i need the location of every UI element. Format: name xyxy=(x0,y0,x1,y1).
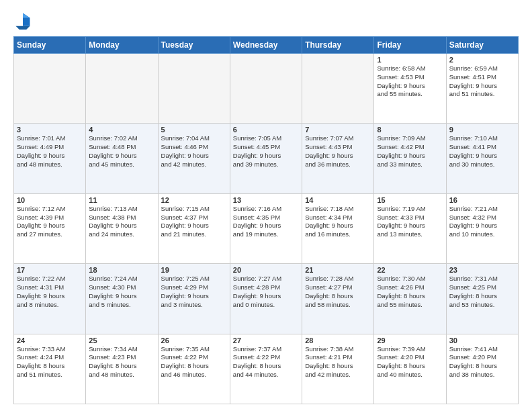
week-row-5: 24Sunrise: 7:33 AM Sunset: 4:24 PM Dayli… xyxy=(14,334,519,404)
day-cell: 24Sunrise: 7:33 AM Sunset: 4:24 PM Dayli… xyxy=(14,334,86,404)
svg-marker-2 xyxy=(16,26,30,30)
day-info: Sunrise: 7:22 AM Sunset: 4:31 PM Dayligh… xyxy=(17,275,83,309)
day-cell: 10Sunrise: 7:12 AM Sunset: 4:39 PM Dayli… xyxy=(14,193,86,263)
day-cell: 7Sunrise: 7:07 AM Sunset: 4:43 PM Daylig… xyxy=(302,124,374,193)
page: SundayMondayTuesdayWednesdayThursdayFrid… xyxy=(0,0,532,411)
day-info: Sunrise: 7:15 AM Sunset: 4:37 PM Dayligh… xyxy=(161,205,227,239)
day-cell: 1Sunrise: 6:58 AM Sunset: 4:53 PM Daylig… xyxy=(374,54,446,124)
day-info: Sunrise: 7:13 AM Sunset: 4:38 PM Dayligh… xyxy=(89,205,154,239)
day-number: 30 xyxy=(449,336,515,345)
day-info: Sunrise: 7:02 AM Sunset: 4:48 PM Dayligh… xyxy=(89,134,154,169)
day-number: 29 xyxy=(377,336,443,345)
day-info: Sunrise: 7:19 AM Sunset: 4:33 PM Dayligh… xyxy=(377,205,443,239)
day-number: 2 xyxy=(449,56,515,64)
day-cell: 13Sunrise: 7:16 AM Sunset: 4:35 PM Dayli… xyxy=(230,193,302,263)
svg-marker-1 xyxy=(23,13,30,18)
day-cell: 3Sunrise: 7:01 AM Sunset: 4:49 PM Daylig… xyxy=(14,124,86,193)
day-number: 12 xyxy=(161,196,227,204)
week-row-2: 3Sunrise: 7:01 AM Sunset: 4:49 PM Daylig… xyxy=(14,124,519,193)
logo-icon xyxy=(13,11,32,30)
day-cell: 30Sunrise: 7:41 AM Sunset: 4:20 PM Dayli… xyxy=(446,334,518,404)
day-number: 22 xyxy=(377,266,443,274)
day-number: 3 xyxy=(17,126,83,134)
day-number: 8 xyxy=(377,126,443,134)
day-cell xyxy=(86,54,158,124)
day-info: Sunrise: 7:12 AM Sunset: 4:39 PM Dayligh… xyxy=(17,205,83,239)
day-cell: 22Sunrise: 7:30 AM Sunset: 4:26 PM Dayli… xyxy=(374,264,446,334)
day-cell xyxy=(302,54,374,124)
day-cell: 27Sunrise: 7:37 AM Sunset: 4:22 PM Dayli… xyxy=(230,334,302,404)
day-number: 10 xyxy=(17,196,83,204)
day-cell: 21Sunrise: 7:28 AM Sunset: 4:27 PM Dayli… xyxy=(302,264,374,334)
day-number: 4 xyxy=(89,126,154,134)
col-header-friday: Friday xyxy=(374,37,446,54)
day-info: Sunrise: 7:30 AM Sunset: 4:26 PM Dayligh… xyxy=(377,275,443,309)
day-info: Sunrise: 7:24 AM Sunset: 4:30 PM Dayligh… xyxy=(89,275,154,309)
day-number: 1 xyxy=(377,56,443,64)
day-number: 18 xyxy=(89,266,154,274)
day-number: 27 xyxy=(233,336,299,345)
day-number: 15 xyxy=(377,196,443,204)
day-info: Sunrise: 7:39 AM Sunset: 4:20 PM Dayligh… xyxy=(377,345,443,379)
col-header-tuesday: Tuesday xyxy=(158,37,230,54)
day-info: Sunrise: 6:58 AM Sunset: 4:53 PM Dayligh… xyxy=(377,64,443,99)
day-cell: 12Sunrise: 7:15 AM Sunset: 4:37 PM Dayli… xyxy=(158,193,230,263)
day-cell xyxy=(158,54,230,124)
day-number: 21 xyxy=(305,266,371,274)
col-header-sunday: Sunday xyxy=(14,37,86,54)
day-info: Sunrise: 7:41 AM Sunset: 4:20 PM Dayligh… xyxy=(449,345,515,379)
day-info: Sunrise: 7:35 AM Sunset: 4:22 PM Dayligh… xyxy=(161,345,227,379)
day-number: 19 xyxy=(161,266,227,274)
day-info: Sunrise: 7:28 AM Sunset: 4:27 PM Dayligh… xyxy=(305,275,371,309)
day-info: Sunrise: 7:09 AM Sunset: 4:42 PM Dayligh… xyxy=(377,134,443,169)
day-cell: 25Sunrise: 7:34 AM Sunset: 4:23 PM Dayli… xyxy=(86,334,158,404)
col-header-saturday: Saturday xyxy=(446,37,518,54)
col-header-wednesday: Wednesday xyxy=(230,37,302,54)
logo xyxy=(13,11,35,30)
day-info: Sunrise: 7:37 AM Sunset: 4:22 PM Dayligh… xyxy=(233,345,299,379)
day-info: Sunrise: 7:18 AM Sunset: 4:34 PM Dayligh… xyxy=(305,205,371,239)
calendar-table: SundayMondayTuesdayWednesdayThursdayFrid… xyxy=(13,36,519,404)
day-cell: 23Sunrise: 7:31 AM Sunset: 4:25 PM Dayli… xyxy=(446,264,518,334)
day-info: Sunrise: 7:31 AM Sunset: 4:25 PM Dayligh… xyxy=(449,275,515,309)
day-cell: 9Sunrise: 7:10 AM Sunset: 4:41 PM Daylig… xyxy=(446,124,518,193)
day-number: 16 xyxy=(449,196,515,204)
day-cell: 8Sunrise: 7:09 AM Sunset: 4:42 PM Daylig… xyxy=(374,124,446,193)
day-number: 9 xyxy=(449,126,515,134)
day-number: 28 xyxy=(305,336,371,345)
day-cell: 14Sunrise: 7:18 AM Sunset: 4:34 PM Dayli… xyxy=(302,193,374,263)
day-number: 24 xyxy=(17,336,83,345)
day-number: 25 xyxy=(89,336,154,345)
day-number: 5 xyxy=(161,126,227,134)
day-info: Sunrise: 7:01 AM Sunset: 4:49 PM Dayligh… xyxy=(17,134,83,169)
day-cell: 6Sunrise: 7:05 AM Sunset: 4:45 PM Daylig… xyxy=(230,124,302,193)
day-info: Sunrise: 7:34 AM Sunset: 4:23 PM Dayligh… xyxy=(89,345,154,379)
col-header-thursday: Thursday xyxy=(302,37,374,54)
day-cell xyxy=(14,54,86,124)
day-cell: 16Sunrise: 7:21 AM Sunset: 4:32 PM Dayli… xyxy=(446,193,518,263)
day-cell: 15Sunrise: 7:19 AM Sunset: 4:33 PM Dayli… xyxy=(374,193,446,263)
day-info: Sunrise: 7:21 AM Sunset: 4:32 PM Dayligh… xyxy=(449,205,515,239)
week-row-3: 10Sunrise: 7:12 AM Sunset: 4:39 PM Dayli… xyxy=(14,193,519,263)
day-cell: 26Sunrise: 7:35 AM Sunset: 4:22 PM Dayli… xyxy=(158,334,230,404)
day-cell: 20Sunrise: 7:27 AM Sunset: 4:28 PM Dayli… xyxy=(230,264,302,334)
col-header-monday: Monday xyxy=(86,37,158,54)
day-number: 13 xyxy=(233,196,299,204)
day-number: 17 xyxy=(17,266,83,274)
day-number: 20 xyxy=(233,266,299,274)
day-number: 26 xyxy=(161,336,227,345)
day-info: Sunrise: 7:07 AM Sunset: 4:43 PM Dayligh… xyxy=(305,134,371,169)
day-number: 14 xyxy=(305,196,371,204)
week-row-4: 17Sunrise: 7:22 AM Sunset: 4:31 PM Dayli… xyxy=(14,264,519,334)
day-cell: 19Sunrise: 7:25 AM Sunset: 4:29 PM Dayli… xyxy=(158,264,230,334)
day-cell: 17Sunrise: 7:22 AM Sunset: 4:31 PM Dayli… xyxy=(14,264,86,334)
day-number: 11 xyxy=(89,196,154,204)
day-cell: 18Sunrise: 7:24 AM Sunset: 4:30 PM Dayli… xyxy=(86,264,158,334)
day-number: 7 xyxy=(305,126,371,134)
day-info: Sunrise: 6:59 AM Sunset: 4:51 PM Dayligh… xyxy=(449,64,515,99)
day-number: 6 xyxy=(233,126,299,134)
day-info: Sunrise: 7:10 AM Sunset: 4:41 PM Dayligh… xyxy=(449,134,515,169)
day-info: Sunrise: 7:04 AM Sunset: 4:46 PM Dayligh… xyxy=(161,134,227,169)
day-cell: 5Sunrise: 7:04 AM Sunset: 4:46 PM Daylig… xyxy=(158,124,230,193)
day-info: Sunrise: 7:05 AM Sunset: 4:45 PM Dayligh… xyxy=(233,134,299,169)
